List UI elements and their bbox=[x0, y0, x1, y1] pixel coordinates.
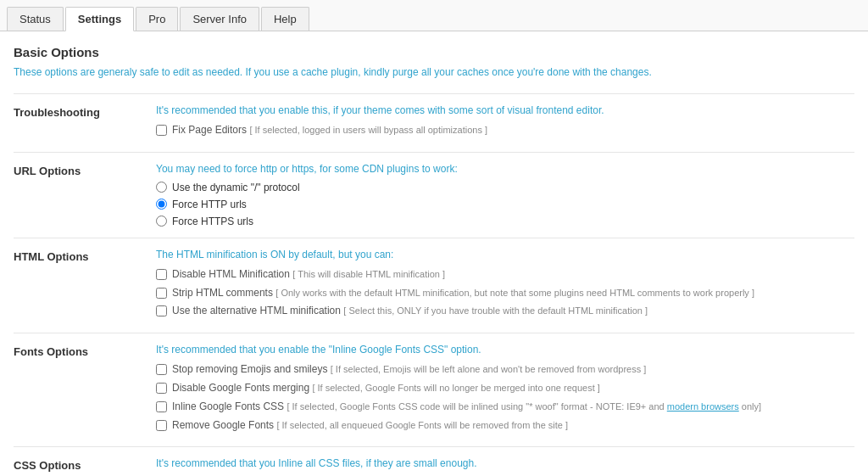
url-options-content: You may need to force http or https, for… bbox=[149, 152, 854, 238]
html-options-row: HTML Options The HTML minification is ON… bbox=[14, 238, 854, 333]
fix-page-editors-checkbox[interactable] bbox=[156, 125, 167, 136]
disable-google-fonts-merging-checkbox[interactable] bbox=[156, 383, 167, 394]
fix-page-editors-item: Fix Page Editors [ If selected, logged i… bbox=[156, 123, 848, 137]
url-http-radio[interactable] bbox=[156, 199, 167, 210]
inline-google-fonts-css-item: Inline Google Fonts CSS [ If selected, G… bbox=[156, 400, 848, 414]
fonts-options-hint: It's recommended that you enable the "In… bbox=[156, 344, 848, 356]
troubleshooting-content: It's recommended that you enable this, i… bbox=[149, 94, 854, 153]
tab-server-info[interactable]: Server Info bbox=[180, 7, 259, 31]
fix-page-editors-label[interactable]: Fix Page Editors [ If selected, logged i… bbox=[172, 123, 487, 137]
fonts-options-row: Fonts Options It's recommended that you … bbox=[14, 333, 854, 447]
section-title: Basic Options bbox=[14, 45, 854, 59]
tab-help[interactable]: Help bbox=[261, 7, 309, 31]
stop-removing-emojis-item: Stop removing Emojis and smileys [ If se… bbox=[156, 362, 848, 377]
inline-google-fonts-css-checkbox[interactable] bbox=[156, 401, 167, 412]
disable-html-minification-label[interactable]: Disable HTML Minification [ This will di… bbox=[172, 267, 445, 282]
strip-html-comments-checkbox[interactable] bbox=[156, 288, 167, 299]
strip-html-comments-label[interactable]: Strip HTML comments [ Only works with th… bbox=[172, 286, 754, 300]
settings-content: Basic Options These options are generaly… bbox=[0, 31, 868, 476]
url-http-item: Force HTTP urls bbox=[156, 199, 848, 210]
remove-google-fonts-checkbox[interactable] bbox=[156, 420, 167, 431]
disable-html-minification-checkbox[interactable] bbox=[156, 269, 167, 280]
stop-removing-emojis-label[interactable]: Stop removing Emojis and smileys [ If se… bbox=[172, 362, 646, 377]
url-options-hint: You may need to force http or https, for… bbox=[156, 163, 848, 175]
alternative-html-minification-item: Use the alternative HTML minification [ … bbox=[156, 304, 848, 318]
troubleshooting-hint: It's recommended that you enable this, i… bbox=[156, 104, 848, 116]
css-options-row: CSS Options It's recommended that you In… bbox=[14, 447, 854, 476]
url-options-row: URL Options You may need to force http o… bbox=[14, 152, 854, 238]
inline-google-fonts-css-label[interactable]: Inline Google Fonts CSS [ If selected, G… bbox=[172, 400, 761, 414]
modern-browsers-link[interactable]: modern browsers bbox=[667, 401, 739, 412]
remove-google-fonts-item: Remove Google Fonts [ If selected, all e… bbox=[156, 418, 848, 433]
url-dynamic-item: Use the dynamic "/" protocol bbox=[156, 182, 848, 193]
tab-status[interactable]: Status bbox=[7, 7, 64, 31]
disable-html-minification-item: Disable HTML Minification [ This will di… bbox=[156, 267, 848, 282]
stop-removing-emojis-checkbox[interactable] bbox=[156, 364, 167, 375]
disable-google-fonts-merging-label[interactable]: Disable Google Fonts merging [ If select… bbox=[172, 381, 600, 395]
tab-settings[interactable]: Settings bbox=[65, 7, 134, 31]
url-https-item: Force HTTPS urls bbox=[156, 216, 848, 227]
tab-pro[interactable]: Pro bbox=[136, 7, 178, 31]
strip-html-comments-item: Strip HTML comments [ Only works with th… bbox=[156, 286, 848, 300]
tab-bar: Status Settings Pro Server Info Help bbox=[0, 0, 868, 31]
section-description: These options are generaly safe to edit … bbox=[14, 66, 854, 78]
url-https-radio[interactable] bbox=[156, 216, 167, 227]
css-options-hint: It's recommended that you Inline all CSS… bbox=[156, 457, 848, 469]
fonts-options-label: Fonts Options bbox=[14, 333, 149, 447]
fix-page-editors-desc: [ If selected, logged in users will bypa… bbox=[249, 125, 487, 135]
fonts-options-content: It's recommended that you enable the "In… bbox=[149, 333, 854, 447]
css-options-label: CSS Options bbox=[14, 447, 149, 476]
url-dynamic-label[interactable]: Use the dynamic "/" protocol bbox=[172, 182, 300, 193]
css-options-content: It's recommended that you Inline all CSS… bbox=[149, 447, 854, 476]
url-https-label[interactable]: Force HTTPS urls bbox=[172, 216, 253, 227]
html-options-content: The HTML minification is ON by default, … bbox=[149, 238, 854, 333]
url-options-label: URL Options bbox=[14, 152, 149, 238]
alternative-html-minification-checkbox[interactable] bbox=[156, 305, 167, 316]
troubleshooting-row: Troubleshooting It's recommended that yo… bbox=[14, 94, 854, 153]
html-options-label: HTML Options bbox=[14, 238, 149, 333]
remove-google-fonts-label[interactable]: Remove Google Fonts [ If selected, all e… bbox=[172, 418, 568, 433]
url-http-label[interactable]: Force HTTP urls bbox=[172, 199, 247, 210]
html-options-hint: The HTML minification is ON by default, … bbox=[156, 249, 848, 260]
url-radio-group: Use the dynamic "/" protocol Force HTTP … bbox=[156, 182, 848, 227]
troubleshooting-label: Troubleshooting bbox=[14, 94, 149, 153]
disable-google-fonts-merging-item: Disable Google Fonts merging [ If select… bbox=[156, 381, 848, 395]
alternative-html-minification-label[interactable]: Use the alternative HTML minification [ … bbox=[172, 304, 648, 318]
options-table: Troubleshooting It's recommended that yo… bbox=[14, 93, 854, 476]
url-dynamic-radio[interactable] bbox=[156, 182, 167, 193]
